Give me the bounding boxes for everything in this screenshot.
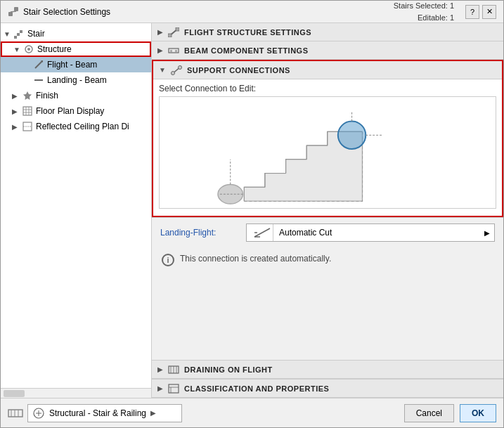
stair-diagram[interactable] bbox=[159, 96, 496, 209]
info-text: This connection is created automatically… bbox=[180, 253, 331, 265]
classification-header[interactable]: ▶ CLASSIFICATION AND PROPERTIES bbox=[152, 380, 503, 398]
help-button[interactable]: ? bbox=[465, 5, 479, 19]
tree-label-landing-beam: Landing - Beam bbox=[47, 75, 107, 85]
title-bar: Stair Selection Settings Stairs Selected… bbox=[1, 1, 503, 23]
reflected-icon bbox=[22, 121, 33, 132]
tree-item-stair[interactable]: ▼ Stair bbox=[1, 26, 151, 41]
tree-item-finish[interactable]: ▶ Finish bbox=[1, 88, 151, 103]
svg-point-7 bbox=[27, 48, 30, 51]
floor-plan-icon bbox=[22, 105, 33, 117]
svg-rect-45 bbox=[8, 410, 22, 417]
svg-rect-0 bbox=[8, 12, 13, 16]
tree-label-reflected: Reflected Ceiling Plan Di bbox=[36, 122, 129, 131]
tree-area: ▼ Stair ▼ bbox=[1, 23, 151, 388]
svg-point-30 bbox=[338, 122, 366, 150]
bottom-bar: Structural - Stair & Railing ▶ Cancel OK bbox=[1, 398, 503, 427]
tree-item-landing-beam[interactable]: Landing - Beam bbox=[1, 72, 151, 88]
beam-component-section-header[interactable]: ▶ BEAM COMPONENT SETTINGS bbox=[152, 41, 503, 60]
tree-label-flight-beam: Flight - Beam bbox=[47, 60, 97, 70]
svg-rect-3 bbox=[14, 36, 17, 39]
stair-icon bbox=[13, 28, 25, 39]
flight-structure-arrow: ▶ bbox=[157, 28, 163, 36]
structural-icon bbox=[8, 407, 23, 420]
close-button[interactable]: ✕ bbox=[482, 5, 496, 19]
beam-component-title: BEAM COMPONENT SETTINGS bbox=[184, 46, 309, 55]
structural-dropdown-value: Structural - Stair & Railing bbox=[49, 408, 146, 418]
finish-icon bbox=[22, 90, 33, 101]
tree-label-stair: Stair bbox=[27, 29, 45, 39]
svg-point-26 bbox=[171, 71, 174, 74]
left-panel-scrollbar[interactable] bbox=[1, 388, 151, 398]
stair-diagram-svg bbox=[160, 97, 496, 208]
toggle-finish: ▶ bbox=[12, 92, 22, 100]
tree-label-finish: Finish bbox=[36, 91, 58, 100]
svg-rect-42 bbox=[169, 384, 179, 393]
right-panel: ▶ FLIGHT STRUCTURE SETTINGS ▶ bbox=[152, 23, 503, 398]
svg-rect-4 bbox=[17, 33, 20, 36]
svg-marker-11 bbox=[23, 91, 32, 100]
landing-beam-icon bbox=[33, 74, 44, 86]
svg-line-2 bbox=[11, 11, 16, 12]
stairs-selected-label: Stairs Selected: 1 bbox=[394, 0, 454, 12]
flight-beam-icon bbox=[33, 59, 44, 70]
left-panel: ▼ Stair ▼ bbox=[1, 23, 152, 398]
structural-dropdown-icon bbox=[32, 408, 45, 419]
classification-arrow: ▶ bbox=[157, 384, 163, 392]
svg-rect-24 bbox=[175, 50, 177, 52]
flight-structure-section-header[interactable]: ▶ FLIGHT STRUCTURE SETTINGS bbox=[152, 23, 503, 41]
info-icon: i bbox=[162, 254, 174, 266]
toggle-reflected: ▶ bbox=[12, 123, 22, 131]
beam-component-icon bbox=[167, 45, 180, 56]
tree-item-floor-plan[interactable]: ▶ Floor Plan Display bbox=[1, 103, 151, 119]
tree-label-structure: Structure bbox=[37, 44, 72, 54]
structure-icon bbox=[23, 44, 34, 55]
support-connections-arrow: ▼ bbox=[159, 66, 166, 74]
beam-component-arrow: ▶ bbox=[157, 46, 163, 54]
ok-button[interactable]: OK bbox=[460, 404, 496, 422]
support-connections-header[interactable]: ▼ SUPPORT CONNECTIONS bbox=[153, 61, 502, 79]
tree-item-reflected-ceiling[interactable]: ▶ Reflected Ceiling Plan Di bbox=[1, 119, 151, 134]
flight-structure-title: FLIGHT STRUCTURE SETTINGS bbox=[184, 28, 311, 37]
svg-rect-20 bbox=[168, 34, 172, 37]
info-row: i This connection is created automatical… bbox=[152, 247, 503, 272]
cancel-button[interactable]: Cancel bbox=[404, 404, 454, 422]
support-connections-title: SUPPORT CONNECTIONS bbox=[187, 66, 290, 74]
landing-flight-dropdown[interactable]: Automatic Cut ▶ bbox=[246, 223, 495, 242]
svg-rect-21 bbox=[176, 27, 179, 31]
classification-section: ▶ CLASSIFICATION AND PROPERTIES bbox=[152, 379, 503, 398]
support-connections-section: ▼ SUPPORT CONNECTIONS Select Connection … bbox=[152, 60, 503, 217]
landing-flight-label: Landing-Flight: bbox=[160, 228, 238, 238]
select-connection-label: Select Connection to Edit: bbox=[159, 84, 496, 93]
toggle-floor-plan: ▶ bbox=[12, 108, 22, 115]
landing-dropdown-icon bbox=[251, 224, 273, 241]
svg-line-8 bbox=[35, 61, 42, 68]
main-content: ▼ Stair ▼ bbox=[1, 23, 503, 398]
structural-dropdown[interactable]: Structural - Stair & Railing ▶ bbox=[27, 404, 182, 422]
classification-icon bbox=[167, 383, 180, 394]
draining-icon bbox=[167, 364, 180, 375]
svg-rect-5 bbox=[20, 30, 22, 33]
draining-arrow: ▶ bbox=[157, 365, 163, 373]
svg-rect-1 bbox=[14, 7, 18, 11]
bottom-left: Structural - Stair & Railing ▶ bbox=[8, 404, 399, 422]
landing-dropdown-value: Automatic Cut bbox=[279, 228, 332, 238]
svg-rect-23 bbox=[170, 50, 172, 52]
tree-item-structure[interactable]: ▼ Structure bbox=[1, 41, 151, 57]
title-bar-left: Stair Selection Settings bbox=[8, 6, 110, 18]
support-connections-icon bbox=[170, 65, 183, 76]
dialog-icon bbox=[8, 6, 19, 18]
draining-header[interactable]: ▶ DRAINING ON FLIGHT bbox=[152, 361, 503, 379]
flight-structure-icon bbox=[167, 27, 180, 38]
classification-title: CLASSIFICATION AND PROPERTIES bbox=[184, 384, 329, 393]
tree-item-flight-beam[interactable]: Flight - Beam bbox=[1, 57, 151, 72]
structural-dropdown-arrow: ▶ bbox=[150, 409, 156, 417]
svg-rect-12 bbox=[23, 107, 32, 115]
toggle-structure: ▼ bbox=[13, 46, 23, 53]
landing-flight-row: Landing-Flight: Automatic Cut ▶ bbox=[152, 217, 503, 247]
support-connections-body: Select Connection to Edit: bbox=[153, 79, 502, 216]
editable-label: Editable: 1 bbox=[394, 12, 454, 24]
tree-label-floor-plan: Floor Plan Display bbox=[36, 106, 104, 116]
svg-point-27 bbox=[178, 65, 181, 69]
dialog-title: Stair Selection Settings bbox=[23, 7, 110, 17]
spacer bbox=[152, 272, 503, 360]
